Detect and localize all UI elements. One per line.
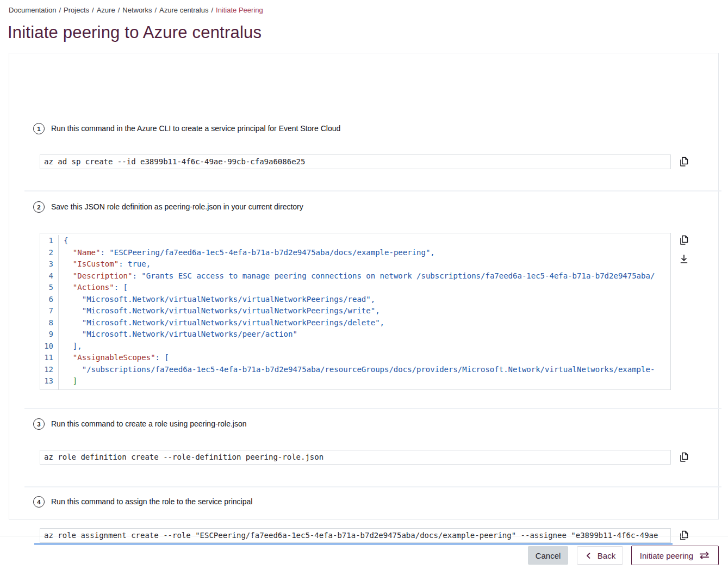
breadcrumb-item[interactable]: Documentation [9, 6, 56, 14]
swap-arrows-icon [699, 551, 710, 560]
copy-icon [677, 155, 690, 168]
step-2-label: Save this JSON role definition as peerin… [51, 202, 303, 211]
breadcrumb-separator: / [59, 6, 61, 14]
step-1-label: Run this command in the Azure CLI to cre… [51, 124, 340, 133]
line-number: 4 [40, 270, 59, 282]
code-line: 3 "IsCustom": true, [40, 258, 670, 270]
json-role-definition-editor[interactable]: 1{2 "Name": "ESCPeering/fa7eed6a-1ec5-4e… [40, 233, 671, 390]
code-line: 12 "/subscriptions/fa7eed6a-1ec5-4efa-b7… [40, 364, 670, 376]
breadcrumb-separator: / [154, 6, 157, 14]
back-button[interactable]: Back [577, 546, 623, 565]
step-3-copy-button[interactable] [677, 450, 691, 464]
line-number: 11 [40, 352, 59, 364]
line-number: 3 [40, 258, 59, 270]
code-lines: 1{2 "Name": "ESCPeering/fa7eed6a-1ec5-4e… [40, 235, 670, 390]
step-1-number: 1 [33, 123, 45, 134]
code-line: 2 "Name": "ESCPeering/fa7eed6a-1ec5-4efa… [40, 247, 670, 259]
code-line: 4 "Description": "Grants ESC access to m… [40, 270, 670, 282]
line-number: 13 [40, 375, 59, 387]
wizard-card: 1 Run this command in the Azure CLI to c… [9, 53, 719, 520]
breadcrumb-separator: / [118, 6, 120, 14]
copy-icon [677, 529, 690, 542]
page-title: Initiate peering to Azure centralus [8, 23, 262, 42]
step-1-command-field[interactable]: az ad sp create --id e3899b11-4f6c-49ae-… [40, 154, 671, 169]
step-4-number: 4 [33, 496, 45, 508]
code-line: 10 ], [40, 341, 670, 353]
breadcrumb-item[interactable]: Azure centralus [159, 6, 208, 14]
step-4-copy-button[interactable] [677, 528, 691, 542]
line-number: 10 [40, 341, 59, 353]
breadcrumb-item[interactable]: Networks [122, 6, 152, 14]
breadcrumb-item[interactable]: Projects [64, 6, 89, 14]
step-1-copy-button[interactable] [677, 154, 691, 169]
code-line: 1{ [40, 235, 670, 247]
breadcrumb-separator: / [92, 6, 94, 14]
step-3-label: Run this command to create a role using … [51, 419, 247, 428]
step-3-command-field[interactable]: az role definition create --role-definit… [40, 450, 671, 465]
code-line: 8 "Microsoft.Network/virtualNetworks/vir… [40, 317, 670, 329]
initiate-peering-button[interactable]: Initiate peering [631, 546, 719, 565]
line-number: 2 [40, 247, 59, 259]
breadcrumb-separator: / [211, 6, 213, 14]
code-line: 14} [40, 387, 670, 391]
breadcrumb-current: Initiate Peering [216, 6, 263, 14]
code-line: 13 ] [40, 375, 670, 387]
step-2-copy-button[interactable] [677, 233, 691, 247]
section-divider [24, 408, 721, 409]
breadcrumb: Documentation/Projects/Azure/Networks/Az… [9, 6, 263, 14]
back-button-label: Back [598, 551, 615, 560]
chevron-left-icon [584, 552, 593, 560]
copy-icon [677, 450, 690, 463]
step-2-number: 2 [33, 201, 45, 213]
section-divider [24, 190, 721, 191]
step-2-download-button[interactable] [677, 252, 691, 266]
code-line: 7 "Microsoft.Network/virtualNetworks/vir… [40, 305, 670, 317]
cancel-button[interactable]: Cancel [528, 546, 568, 565]
code-line: 6 "Microsoft.Network/virtualNetworks/vir… [40, 294, 670, 306]
line-number: 12 [40, 364, 59, 376]
step-4-label: Run this command to assign the role to t… [51, 497, 252, 506]
code-line: 5 "Actions": [ [40, 282, 670, 294]
copy-icon [677, 233, 690, 246]
code-line: 11 "AssignableScopes": [ [40, 352, 670, 364]
line-number: 1 [40, 235, 59, 247]
section-divider [24, 486, 721, 487]
line-number: 6 [40, 294, 59, 306]
line-number: 8 [40, 317, 59, 329]
code-line: 9 "Microsoft.Network/virtualNetworks/pee… [40, 329, 670, 341]
line-number: 9 [40, 329, 59, 341]
initiate-peering-button-label: Initiate peering [640, 551, 693, 560]
line-number: 5 [40, 282, 59, 294]
line-number: 7 [40, 305, 59, 317]
step-3-number: 3 [33, 418, 45, 430]
download-icon [677, 252, 690, 265]
command-scrollbar[interactable] [34, 543, 673, 545]
footer-divider [0, 536, 728, 536]
line-number: 14 [40, 387, 59, 391]
breadcrumb-item[interactable]: Azure [97, 6, 115, 14]
